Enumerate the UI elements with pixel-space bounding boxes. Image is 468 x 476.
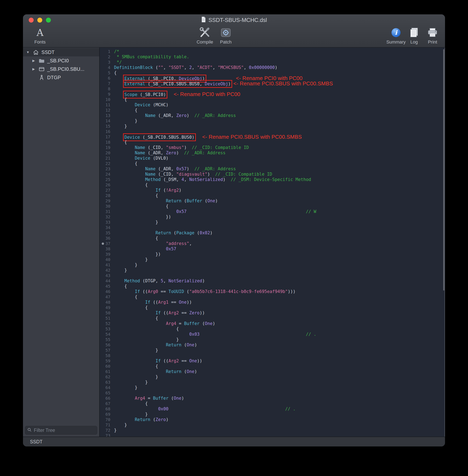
compile-button[interactable]: Compile <box>194 26 216 45</box>
code-line: 27 If (!Arg2) <box>100 188 445 193</box>
code-line: 13 Name (_ADR, Zero) // _ADR: Address <box>100 113 445 118</box>
code-token-pl: ( <box>153 65 158 70</box>
compile-tools-icon <box>199 26 211 39</box>
patch-button[interactable]: Patch <box>215 26 237 45</box>
zoom-button[interactable] <box>46 18 51 23</box>
code-line: 53 { <box>100 326 445 332</box>
line-number: 35 <box>100 230 114 236</box>
code-line: 65 <box>100 390 445 396</box>
code-token-pl <box>114 102 135 107</box>
code-line: 58 <box>100 353 445 358</box>
fonts-label: Fonts <box>34 39 45 45</box>
filter-tree-wrap <box>23 424 99 437</box>
code-line-text: { <box>114 236 158 241</box>
code-token-pl: ) <box>181 396 184 401</box>
code-line-text: DefinitionBlock ("", "SSDT", 2, "ACDT", … <box>114 65 278 70</box>
code-token-num: 0x00 <box>158 406 169 411</box>
titlebar[interactable]: SSDT-SBUS-MCHC.dsl <box>23 14 445 26</box>
code-token-num: Zero <box>166 150 176 155</box>
code-token-pl: ) <box>187 166 194 171</box>
code-token-com: // _ADR: Address <box>194 166 236 171</box>
line-number: 10 <box>100 97 114 102</box>
code-token-pl: (DTGP, <box>140 278 161 283</box>
tree-item--sb-pci0-sbu-[interactable]: ▶_SB.PCI0.SBU... <box>23 65 99 73</box>
code-token-pl <box>169 406 285 411</box>
tree-item-ssdt[interactable]: ▼SSDT <box>23 48 99 56</box>
code-line-text: Device (MCHC) <box>114 102 169 107</box>
code-token-num: 0x57 <box>166 246 176 251</box>
code-line-text: 0x57 // W <box>114 209 316 214</box>
tree-item-dtgp[interactable]: DTGP <box>23 73 99 82</box>
code-editor[interactable]: 1/*2 * SMBus compatibility table.3 */4De… <box>100 48 445 437</box>
close-button[interactable] <box>29 18 34 23</box>
code-token-pl <box>114 358 155 363</box>
fonts-button[interactable]: A Fonts <box>29 26 51 45</box>
code-line-text: Arg4 = Buffer (One) <box>114 321 215 326</box>
code-token-str: "ACDT" <box>197 65 213 70</box>
code-token-pl: (( <box>161 311 169 315</box>
rename-annotation: <- Rename PCI0 with PC00 <box>174 91 240 97</box>
code-token-pl: == <box>179 311 189 315</box>
code-token-com: // . <box>306 332 316 337</box>
filter-tree-field[interactable] <box>25 426 97 434</box>
code-token-pl: { <box>114 316 158 321</box>
line-number: 8 <box>100 86 114 91</box>
code-token-pl: ( <box>184 289 189 294</box>
code-line: 52 Arg4 = Buffer (One) <box>100 321 445 326</box>
code-token-kw: Return <box>155 230 171 235</box>
code-token-pl: (_CID, <box>155 172 176 177</box>
line-number: 9 <box>100 91 114 97</box>
code-token-com: // . <box>285 406 295 411</box>
code-line: 49 { <box>100 305 445 310</box>
code-token-num: 0x57 <box>176 166 187 171</box>
line-number: 59 <box>100 358 114 364</box>
print-button[interactable]: Print <box>421 26 444 45</box>
traffic-lights <box>29 18 51 23</box>
rename-annotation: <- Rename PCI0.SBUS with PC00.SMBS <box>202 134 302 140</box>
line-number: 4 <box>100 65 114 70</box>
code-token-pl <box>200 332 306 337</box>
code-token-pl: ) <box>228 81 231 86</box>
log-label: Log <box>410 39 418 45</box>
line-number: 14 <box>100 118 114 123</box>
code-line: 43 <box>100 273 445 278</box>
code-token-kw: DefinitionBlock <box>114 65 153 70</box>
code-token-kw: Buffer <box>153 396 169 401</box>
code-token-pl: ) <box>184 145 192 150</box>
code-token-pl: ) <box>275 65 278 70</box>
tree-item--sb-pci0[interactable]: ▶_SB.PCI0 <box>23 56 99 65</box>
code-line: 21 Device (DVL0) <box>100 156 445 161</box>
minimize-button[interactable] <box>37 18 42 23</box>
code-token-pl <box>114 278 124 283</box>
code-token-pl <box>114 369 166 374</box>
line-number: 43 <box>100 273 114 278</box>
code-token-pl: ) <box>215 198 218 203</box>
code-token-com: // _ADR: Address <box>184 150 225 155</box>
code-token-pl: } <box>114 262 137 267</box>
highlight-box: External (_SB_.PCI0, DeviceObj) <box>124 76 205 81</box>
code-line: 19 Name (_CID, "smbus") // _CID: Compati… <box>100 145 445 150</box>
disclosure-closed-icon[interactable]: ▶ <box>31 59 36 63</box>
code-token-num: One <box>187 369 194 374</box>
line-number: 29 <box>100 198 114 204</box>
code-line-text: External (_SB_.PCI0.SBUS.BUS0, DeviceObj… <box>114 81 333 86</box>
line-number: 34 <box>100 225 114 230</box>
code-token-pl <box>114 166 145 171</box>
code-token-com: /* <box>114 49 119 54</box>
code-line: 20 Name (_ADR, Zero) // _ADR: Address <box>100 150 445 156</box>
line-number: 66 <box>100 396 114 401</box>
code-token-kw: Name <box>145 172 156 177</box>
scrollbar-thumb[interactable] <box>443 49 444 291</box>
disclosure-closed-icon[interactable]: ▶ <box>31 67 36 71</box>
scrollbar-track <box>444 48 445 437</box>
line-number: 7 <box>100 81 114 86</box>
code-line-text: */ <box>114 60 122 65</box>
code-line-text: Device (_SB.PCI0.SBUS.BUS0) <- Rename PC… <box>114 134 302 139</box>
code-token-pl <box>114 145 135 150</box>
filter-tree-input[interactable] <box>33 427 95 433</box>
code-token-kw: Device <box>124 135 140 140</box>
code-token-pl: ) <box>210 230 213 235</box>
disclosure-open-icon[interactable]: ▼ <box>25 50 30 54</box>
toolbar: A Fonts Compile Patch i Summary <box>23 26 445 47</box>
code-token-pl: { <box>114 70 117 75</box>
